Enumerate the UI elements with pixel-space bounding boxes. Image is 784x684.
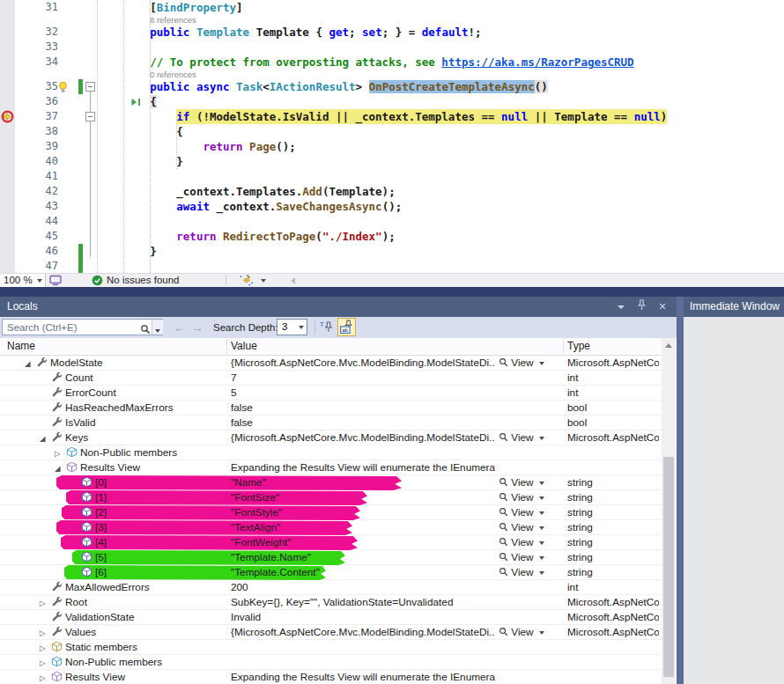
variable-value[interactable] — [231, 655, 495, 670]
locals-scrollbar[interactable] — [662, 338, 676, 684]
code-line[interactable]: 47 — [0, 259, 784, 273]
chevron-down-icon[interactable] — [37, 279, 42, 283]
locals-row[interactable]: [6]"Template.Content" Viewstring — [0, 565, 662, 580]
back-arrow-icon[interactable]: ← — [174, 319, 186, 336]
code-line[interactable]: 37− if (!ModelState.IsValid || _context.… — [0, 109, 784, 124]
collapse-region-button[interactable]: − — [85, 112, 95, 121]
locals-row[interactable]: ErrorCount5int — [0, 386, 662, 401]
expander-closed-icon[interactable]: ▷ — [55, 446, 66, 461]
variable-value[interactable]: false — [231, 401, 495, 416]
locals-row[interactable]: [0]"Name" Viewstring — [0, 475, 662, 490]
locals-row[interactable]: HasReachedMaxErrorsfalsebool — [0, 401, 662, 416]
locals-row[interactable]: ◢Results ViewExpanding the Results View … — [0, 460, 662, 475]
code-line[interactable]: 39 return Page(); — [0, 139, 784, 154]
locals-row[interactable]: MaxAllowedErrors200int — [0, 580, 662, 595]
forward-arrow-icon[interactable]: → — [191, 319, 203, 336]
code-line[interactable]: 34 // To protect from overposting attack… — [0, 55, 784, 70]
variable-value[interactable] — [231, 445, 495, 460]
chevron-down-icon[interactable] — [261, 279, 266, 283]
variable-value[interactable]: 7 — [231, 371, 495, 386]
locals-row[interactable]: ◢Keys{Microsoft.AspNetCore.Mvc.ModelBind… — [0, 430, 662, 445]
locals-row[interactable]: [1]"FontSize" Viewstring — [0, 490, 662, 505]
locals-row[interactable]: IsValidfalsebool — [0, 416, 662, 430]
view-button[interactable]: View — [499, 550, 544, 565]
locals-row[interactable]: ▷Non-Public members — [0, 655, 662, 670]
variable-value[interactable]: "TextAlign" — [231, 520, 495, 535]
code-line[interactable]: 40 } — [0, 154, 784, 169]
view-button[interactable]: View — [499, 356, 544, 371]
window-position-icon[interactable] — [612, 298, 630, 318]
code-editor[interactable]: 31 [BindProperty]8 references32 public T… — [0, 0, 784, 273]
expander-open-icon[interactable]: ◢ — [25, 357, 36, 371]
variable-value[interactable]: false — [231, 416, 495, 430]
panel-splitter[interactable] — [677, 297, 684, 684]
locals-row[interactable]: [3]"TextAlign" Viewstring — [0, 520, 662, 535]
variable-value[interactable]: {Microsoft.AspNetCore.Mvc.ModelBinding.M… — [231, 356, 495, 371]
column-header-name[interactable]: Name — [7, 338, 35, 355]
variable-value[interactable]: Expanding the Results View will enumerat… — [231, 460, 495, 475]
variable-value[interactable]: "FontSize" — [231, 490, 495, 505]
view-button[interactable]: View — [499, 475, 544, 490]
locals-column-headers[interactable]: Name Value Type — [0, 338, 677, 356]
immediate-title-bar[interactable]: Immediate Window — [684, 297, 784, 317]
expander-closed-icon[interactable]: ▷ — [40, 641, 51, 656]
locals-row[interactable]: [4]"FontWeight" Viewstring — [0, 535, 662, 550]
expander-open-icon[interactable]: ◢ — [55, 461, 66, 476]
variable-value[interactable]: "Name" — [231, 475, 495, 490]
scroll-left-arrow-icon[interactable] — [291, 277, 295, 284]
view-button[interactable]: View — [499, 565, 544, 580]
code-line[interactable]: 46 } — [0, 244, 784, 259]
locals-row[interactable]: ▷Values{Microsoft.AspNetCore.Mvc.ModelBi… — [0, 625, 662, 640]
issues-status-text[interactable]: No issues found — [107, 274, 179, 287]
view-button[interactable]: View — [499, 625, 544, 640]
variable-value[interactable]: {Microsoft.AspNetCore.Mvc.ModelBinding.M… — [231, 430, 495, 445]
locals-row[interactable]: ◢ModelState{Microsoft.AspNetCore.Mvc.Mod… — [0, 356, 662, 371]
codelens-line[interactable]: 0 references — [0, 70, 784, 79]
variable-value[interactable]: {Microsoft.AspNetCore.Mvc.ModelBinding.M… — [231, 625, 495, 640]
search-depth-select[interactable]: 3 — [277, 319, 307, 335]
variable-value[interactable]: 5 — [231, 386, 495, 401]
locals-row[interactable]: ▷Results ViewExpanding the Results View … — [0, 670, 662, 684]
locals-title-bar[interactable]: Locals × — [0, 297, 677, 317]
locals-row[interactable]: ▷Non-Public members — [0, 445, 662, 460]
locals-row[interactable]: ▷Static members — [0, 640, 662, 655]
pin-to-source-button[interactable]: T — [319, 320, 335, 335]
view-button[interactable]: View — [499, 430, 544, 445]
variable-value[interactable] — [231, 640, 495, 655]
code-line[interactable]: 44 — [0, 214, 784, 229]
close-icon[interactable]: × — [654, 297, 671, 317]
column-header-type[interactable]: Type — [567, 338, 590, 355]
variable-value[interactable]: Expanding the Results View will enumerat… — [231, 670, 495, 684]
code-line[interactable]: 45 return RedirectToPage("./Index"); — [0, 229, 784, 244]
search-options-dropdown[interactable] — [152, 320, 163, 335]
column-header-value[interactable]: Value — [231, 338, 257, 355]
immediate-window-panel[interactable]: Immediate Window — [684, 297, 784, 684]
variable-value[interactable]: SubKey={}, Key="", ValidationState=Unval… — [231, 595, 495, 610]
pin-icon[interactable] — [633, 298, 651, 318]
expander-closed-icon[interactable]: ▷ — [40, 596, 51, 611]
variable-value[interactable]: "Template.Content" — [231, 565, 495, 580]
view-button[interactable]: View — [499, 505, 544, 520]
locals-row[interactable]: ▷RootSubKey={}, Key="", ValidationState=… — [0, 595, 662, 610]
locals-row[interactable]: ValidationStateInvalidMicrosoft.AspNetCo… — [0, 610, 662, 625]
locals-row[interactable]: Count7int — [0, 371, 662, 386]
variable-value[interactable]: "FontWeight" — [231, 535, 495, 550]
collapse-region-button[interactable]: − — [85, 82, 95, 92]
variable-value[interactable]: "FontStyle" — [231, 505, 495, 520]
view-button[interactable]: View — [499, 535, 544, 550]
code-line[interactable]: 43 await _context.SaveChangesAsync(); — [0, 199, 784, 214]
code-line[interactable]: 36 { — [0, 94, 784, 109]
code-line[interactable]: 42 _context.Templates.Add(Template); — [0, 184, 784, 199]
variable-value[interactable]: "Template.Name" — [231, 550, 495, 565]
locals-row[interactable]: [2]"FontStyle" Viewstring — [0, 505, 662, 520]
scroll-up-arrow-icon[interactable] — [665, 343, 672, 348]
code-line[interactable]: 33 — [0, 40, 784, 55]
variable-value[interactable]: Invalid — [231, 610, 495, 625]
expander-closed-icon[interactable]: ▷ — [40, 656, 51, 671]
codelens-references[interactable]: 0 references — [150, 70, 196, 79]
codelens-references[interactable]: 8 references — [150, 15, 196, 25]
variable-value[interactable]: 200 — [231, 580, 495, 595]
expander-open-icon[interactable]: ◢ — [40, 431, 51, 446]
document-health-icon[interactable] — [49, 275, 62, 288]
scrollbar-thumb[interactable] — [663, 457, 674, 677]
